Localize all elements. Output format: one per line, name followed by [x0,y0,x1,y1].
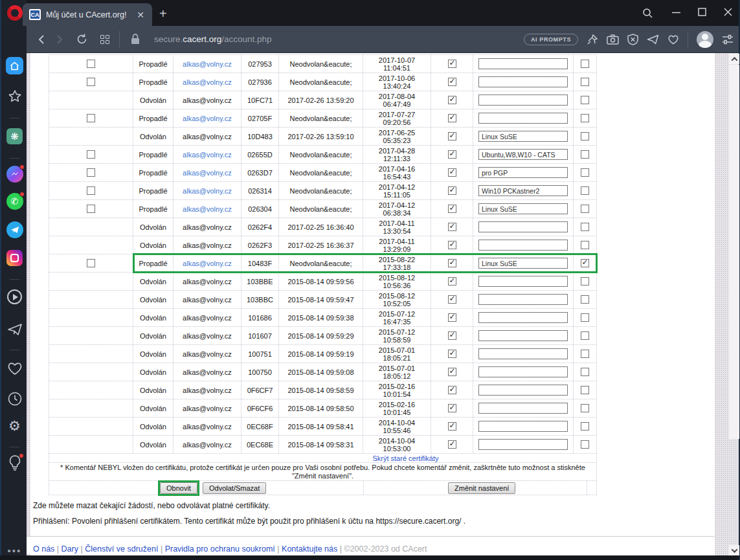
revoke-delete-button[interactable]: Odvolat/Smazat [203,482,266,494]
comment-input[interactable] [478,276,568,287]
comment-input[interactable] [478,421,568,432]
likes-heart-icon[interactable] [1,361,28,375]
telegram-icon[interactable] [1,221,28,238]
comment-input[interactable] [478,366,568,377]
modify-comment-checkbox[interactable] [581,96,589,104]
modify-comment-checkbox[interactable] [581,422,589,431]
player-icon[interactable] [1,289,28,304]
comment-input[interactable] [478,385,568,396]
modify-comment-checkbox[interactable] [581,150,589,159]
login-checkbox[interactable] [448,440,456,449]
login-checkbox[interactable] [448,132,456,140]
comment-input[interactable] [478,76,568,87]
login-checkbox[interactable] [448,295,456,304]
history-clock-icon[interactable] [1,391,28,407]
scroll-down-button[interactable] [729,545,739,555]
login-checkbox[interactable] [448,78,456,86]
modify-comment-checkbox[interactable] [581,241,589,249]
renew-checkbox[interactable] [87,60,95,68]
login-checkbox[interactable] [448,404,456,412]
lock-icon[interactable] [131,34,140,45]
comment-input[interactable] [478,95,568,106]
modify-comment-checkbox[interactable] [581,78,589,86]
send-flow-icon[interactable] [647,34,659,45]
scroll-up-button[interactable] [729,54,739,64]
login-checkbox[interactable] [448,259,456,267]
home-icon[interactable] [1,57,28,74]
tab-tiles-icon[interactable] [100,35,109,44]
renew-checkbox[interactable] [87,259,95,267]
footer-link[interactable]: Pravidla pro ochranu soukromí [165,544,275,554]
login-checkbox[interactable] [448,186,456,195]
comment-input[interactable] [478,149,568,160]
instagram-icon[interactable] [1,250,28,266]
comment-input[interactable] [478,439,568,450]
modify-comment-checkbox[interactable] [581,223,589,231]
hide-old-certs-link[interactable]: Skrýt staré certifikáty [372,454,438,462]
renew-button[interactable]: Obnovit [160,482,197,494]
comment-input[interactable] [478,258,568,269]
email-link[interactable]: alkas@volny.cz [183,60,232,68]
renew-checkbox[interactable] [87,168,95,177]
login-checkbox[interactable] [448,241,456,249]
login-checkbox[interactable] [448,368,456,376]
modify-comment-checkbox[interactable] [581,440,589,449]
comment-input[interactable] [478,203,568,214]
renew-checkbox[interactable] [87,150,95,159]
footer-link[interactable]: Členství ve sdružení [85,544,158,554]
minimize-button[interactable] [672,12,680,14]
modify-comment-checkbox[interactable] [581,386,589,394]
whatsapp-icon[interactable]: ✆ [1,193,28,210]
snapshot-camera-icon[interactable] [607,34,619,45]
renew-checkbox[interactable] [87,205,95,213]
login-checkbox[interactable] [448,313,456,322]
pinboard-icon[interactable] [587,34,598,45]
login-checkbox[interactable] [448,60,456,68]
modify-comment-checkbox[interactable] [581,132,589,140]
reload-icon[interactable] [76,34,87,45]
close-button[interactable] [724,8,732,16]
my-flow-icon[interactable] [1,322,28,337]
modify-comment-checkbox[interactable] [581,368,589,376]
tips-bulb-icon[interactable] [1,454,28,471]
email-link[interactable]: alkas@volny.cz [183,151,232,159]
comment-input[interactable] [478,185,568,196]
forward-icon[interactable] [56,34,63,45]
comment-input[interactable] [478,113,568,124]
url-text[interactable]: secure.cacert.org/account.php [154,34,272,44]
modify-comment-checkbox[interactable] [581,259,589,267]
comment-input[interactable] [478,58,568,69]
more-dots-icon[interactable]: ••• [1,545,28,556]
email-link[interactable]: alkas@volny.cz [183,260,232,267]
tab-cacert[interactable]: CA Můj účet u CAcert.org! ✕ [23,3,152,26]
modify-comment-checkbox[interactable] [581,186,589,195]
heart-icon[interactable] [667,34,679,45]
maximize-button[interactable] [698,8,706,16]
email-link[interactable]: alkas@volny.cz [183,187,232,195]
login-checkbox[interactable] [448,331,456,340]
messenger-icon[interactable] [1,166,28,183]
login-checkbox[interactable] [448,277,456,286]
modify-comment-checkbox[interactable] [581,168,589,177]
comment-input[interactable] [478,348,568,359]
login-checkbox[interactable] [448,150,456,159]
shield-blocker-icon[interactable] [627,34,638,45]
login-checkbox[interactable] [448,386,456,394]
settings-gear-icon[interactable]: ⚙ [1,418,28,434]
ai-prompts-button[interactable]: AI PROMPTS [524,34,578,45]
modify-comment-checkbox[interactable] [581,404,589,412]
change-settings-button[interactable]: Změnit nastavení [448,482,515,494]
comment-input[interactable] [478,294,568,305]
login-checkbox[interactable] [448,223,456,231]
comment-input[interactable] [478,403,568,414]
footer-link[interactable]: Kontaktujte nás [282,544,337,554]
login-checkbox[interactable] [448,350,456,358]
comment-input[interactable] [478,131,568,142]
chatgpt-icon[interactable]: ❋ [1,128,28,144]
modify-comment-checkbox[interactable] [581,114,589,122]
modify-comment-checkbox[interactable] [581,60,589,68]
titlebar-search-icon[interactable] [642,8,653,18]
comment-input[interactable] [478,312,568,323]
footer-link[interactable]: Dary [62,544,78,554]
email-link[interactable]: alkas@volny.cz [183,169,232,177]
